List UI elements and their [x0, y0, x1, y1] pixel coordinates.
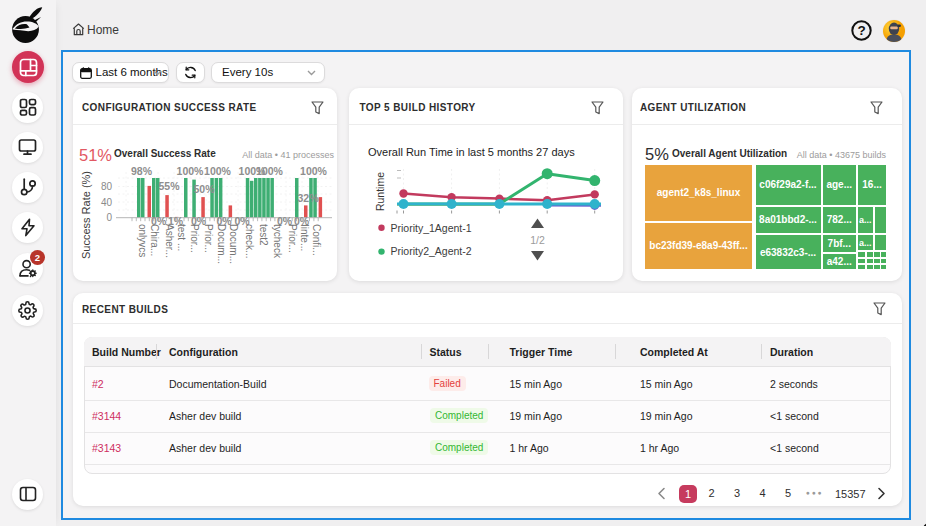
svg-text:80: 80 [101, 181, 113, 192]
svg-text:Overall Run Time in last 5 mon: Overall Run Time in last 5 months 27 day… [368, 146, 575, 158]
svg-text:50%: 50% [193, 183, 215, 195]
svg-text:test2: test2 [258, 224, 269, 246]
svg-text:100%: 100% [256, 165, 284, 177]
svg-text:Iinte...: Iinte... [299, 224, 310, 251]
svg-text:100%: 100% [300, 165, 328, 177]
svg-text:Prior...: Prior... [189, 224, 200, 253]
svg-text:Priority_1Agent-1: Priority_1Agent-1 [391, 222, 472, 234]
svg-text:40: 40 [101, 197, 113, 208]
svg-text:Runtime: Runtime [374, 172, 386, 211]
svg-text:Docum...: Docum... [216, 224, 227, 264]
svg-text:?: ? [857, 23, 865, 38]
svg-text:Priority2_Agent-2: Priority2_Agent-2 [391, 245, 472, 257]
svg-text:tycheck: tycheck [272, 224, 283, 259]
svg-text:Prior...: Prior... [287, 224, 298, 253]
svg-text:check...: check... [244, 224, 255, 258]
svg-text:0: 0 [106, 212, 112, 223]
svg-text:Asher...: Asher... [164, 224, 175, 258]
svg-text:Prior...: Prior... [203, 224, 214, 253]
svg-text:Success Rate (%): Success Rate (%) [80, 171, 92, 259]
svg-text:55%: 55% [158, 180, 180, 192]
svg-text:32%: 32% [297, 192, 319, 204]
svg-text:test ...: test ... [176, 224, 187, 251]
svg-text:1/2: 1/2 [530, 234, 545, 246]
svg-text:Confi...: Confi... [311, 224, 322, 256]
svg-text:onlyvcs: onlyvcs [137, 224, 148, 257]
svg-text:Docum...: Docum... [228, 224, 239, 264]
svg-text:Chira...: Chira... [149, 224, 160, 256]
svg-text:100%: 100% [204, 165, 232, 177]
svg-text:98%: 98% [131, 165, 153, 177]
svg-text:100%: 100% [177, 165, 205, 177]
